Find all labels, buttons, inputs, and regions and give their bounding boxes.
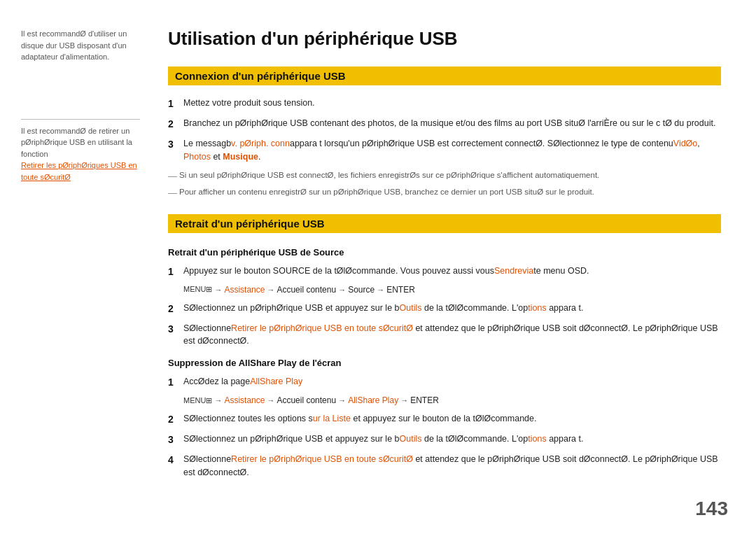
subsection-2-title: Suppression de AllShare Play de l'écran [168,358,721,368]
main-content: Utilisation d'un périphérique USB Connex… [154,28,756,506]
section-retrait-header: Retrait d'un périphérique USB [168,214,721,233]
step-1-1: 1 Mettez votre produit sous tension. [168,97,721,111]
subsection-allshare: Suppression de AllShare Play de l'écran … [168,358,721,479]
note-1-2: — Pour afficher un contenu enregistrØ su… [168,186,721,200]
step-1-3: 3 Le messagbv. pØriph. connappara t lors… [168,137,721,164]
page-number: 143 [695,498,728,520]
step-2-1-1: 1 Appuyez sur le bouton SOURCE de la tØl… [168,265,721,279]
step-1-2: 2 Branchez un pØriphØrique USB contenant… [168,117,721,132]
subsection-1-title: Retrait d'un périphérique USB de Source [168,247,721,258]
section-connexion: Connexion d'un périphérique USB 1 Mettez… [168,66,721,200]
step-2-2-2: 2 SØlectionnez toutes les options sur la… [168,412,721,427]
step-2-1-3: 3 SØlectionneRetirer le pØriphØrique USB… [168,322,721,349]
sidebar: Il est recommandØ d'utiliser un disque d… [0,28,154,506]
subsection-retrait-source: Retrait d'un périphérique USB de Source … [168,247,721,349]
section-connexion-header: Connexion d'un périphérique USB [168,66,721,85]
step-2-2-4: 4 SØlectionneRetirer le pØriphØrique USB… [168,453,721,479]
note-1-1: — Si un seul pØriphØrique USB est connec… [168,169,721,183]
sidebar-note-1: Il est recommandØ d'utiliser un disque d… [21,28,140,63]
menu-path-2: MENU⊞ → Assistance → Accueil contenu → A… [183,395,721,405]
step-2-2-1: 1 AccØdez la pageAllShare Play [168,375,721,390]
sidebar-note-2: Il est recommandØ de retirer un pØriphØr… [21,125,140,183]
sidebar-divider [21,119,140,120]
step-2-2-3: 3 SØlectionnez un pØriphØrique USB et ap… [168,433,721,447]
menu-path-1: MENU⊞ → Assistance → Accueil contenu → S… [183,285,721,295]
sidebar-section-2: Il est recommandØ de retirer un pØriphØr… [21,119,140,183]
page-title: Utilisation d'un périphérique USB [168,28,721,50]
step-2-1-2: 2 SØlectionnez un pØriphØrique USB et ap… [168,302,721,316]
section-retrait: Retrait d'un périphérique USB Retrait d'… [168,214,721,479]
page: Il est recommandØ d'utiliser un disque d… [0,0,756,534]
